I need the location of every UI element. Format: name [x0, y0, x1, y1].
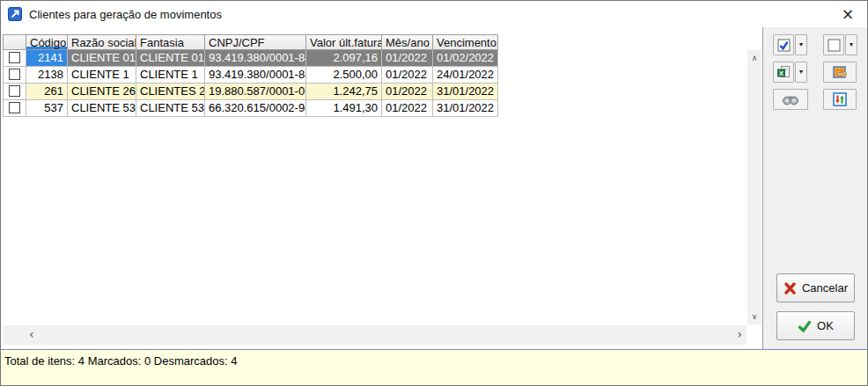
scroll-right-icon[interactable]: › — [737, 327, 742, 341]
checkbox-cell[interactable] — [3, 100, 26, 117]
column-header-cnpj[interactable]: CNPJ/CPF — [205, 34, 306, 50]
column-header-fantasia[interactable]: Fantasia — [136, 34, 205, 50]
ok-button[interactable]: OK — [776, 311, 855, 340]
cell-razao[interactable]: CLIENTE 261 — [68, 84, 136, 100]
toolbar: ▾ ▾ — [773, 34, 864, 116]
row-checkbox[interactable] — [9, 52, 20, 63]
column-header-codigo[interactable]: Código — [26, 34, 68, 50]
cell-venc[interactable]: 24/01/2022 — [433, 67, 498, 84]
title-bar: Clientes para geração de movimentos × — [1, 1, 867, 27]
check-all-dropdown-button[interactable]: ▾ — [795, 34, 807, 55]
uncheck-all-icon — [828, 39, 841, 52]
cell-codigo[interactable]: 2138 — [26, 67, 68, 84]
cancel-x-icon — [783, 282, 797, 295]
scroll-up-icon[interactable]: ∧ — [747, 54, 761, 62]
excel-export-icon: X — [776, 65, 791, 79]
cell-codigo[interactable]: 261 — [26, 84, 68, 100]
close-icon[interactable]: × — [837, 4, 858, 24]
pick-columns-button[interactable] — [823, 62, 857, 83]
cell-valor[interactable]: 1.242,75 — [306, 84, 382, 100]
cell-valor[interactable]: 2.097,16 — [306, 50, 382, 67]
cell-razao[interactable]: CLIENTE 537 — [68, 100, 136, 117]
uncheck-all-button[interactable] — [823, 34, 844, 55]
cell-valor[interactable]: 2.500,00 — [306, 67, 382, 84]
table-row[interactable]: 261CLIENTE 261CLIENTES 26119.880.587/000… — [3, 84, 498, 100]
check-all-button[interactable] — [773, 34, 794, 55]
toolbar-row-2: X ▾ — [773, 62, 864, 83]
table-row[interactable]: 537CLIENTE 537CLIENTE 53766.320.615/0002… — [3, 100, 498, 117]
table-row[interactable]: 2138CLIENTE 1CLIENTE 193.419.380/0001-84… — [3, 67, 498, 84]
toolbar-row-3 — [773, 89, 864, 110]
pick-hand-icon — [833, 66, 848, 79]
checkbox-cell[interactable] — [3, 67, 26, 84]
cell-codigo[interactable]: 537 — [26, 100, 68, 117]
checkbox-cell[interactable] — [3, 84, 26, 100]
clients-grid-panel: CódigoRazão socialFantasiaCNPJ/CPFValor … — [1, 27, 763, 349]
cell-cnpj[interactable]: 19.880.587/0001-07 — [205, 84, 306, 100]
dialog-window: Clientes para geração de movimentos × Có… — [0, 0, 868, 386]
export-excel-button[interactable]: X — [773, 62, 794, 83]
horizontal-scrollbar[interactable]: ‹ › — [3, 325, 747, 345]
cell-cnpj[interactable]: 66.320.615/0002-94 — [205, 100, 306, 117]
dialog-body: CódigoRazão socialFantasiaCNPJ/CPFValor … — [1, 27, 867, 349]
cell-venc[interactable]: 31/01/2022 — [433, 84, 498, 100]
clients-table: CódigoRazão socialFantasiaCNPJ/CPFValor … — [3, 34, 498, 117]
toolbar-row-1: ▾ ▾ — [773, 34, 864, 55]
cell-valor[interactable]: 1.491,30 — [306, 100, 382, 117]
cancel-button-label: Cancelar — [802, 281, 848, 295]
cancel-button[interactable]: Cancelar — [776, 273, 855, 302]
check-all-icon — [777, 39, 791, 52]
chevron-down-icon: ▾ — [850, 41, 853, 48]
uncheck-all-dropdown-button[interactable]: ▾ — [845, 34, 857, 55]
row-checkbox[interactable] — [9, 85, 20, 97]
ok-check-icon — [798, 320, 812, 332]
cell-codigo[interactable]: 2141 — [26, 50, 68, 67]
sort-columns-button[interactable] — [823, 89, 857, 110]
cell-razao[interactable]: CLIENTE 1 — [68, 67, 136, 84]
cell-cnpj[interactable]: 93.419.380/0001-84 — [205, 50, 306, 67]
table-header-row: CódigoRazão socialFantasiaCNPJ/CPFValor … — [3, 34, 498, 50]
cell-cnpj[interactable]: 93.419.380/0001-84 — [205, 67, 306, 84]
cell-venc[interactable]: 31/01/2022 — [433, 100, 498, 117]
cell-mes[interactable]: 01/2022 — [382, 100, 433, 117]
cell-mes[interactable]: 01/2022 — [382, 50, 433, 67]
search-button[interactable] — [773, 89, 808, 110]
cell-razao[interactable]: CLIENTE 010 — [68, 50, 136, 67]
cell-fantasia[interactable]: CLIENTE 1 — [136, 67, 205, 84]
status-bar: Total de itens: 4 Marcados: 0 Desmarcado… — [1, 349, 867, 385]
column-header-check[interactable] — [3, 34, 26, 50]
column-header-razao[interactable]: Razão social — [68, 34, 136, 50]
cell-mes[interactable]: 01/2022 — [382, 67, 433, 84]
row-checkbox[interactable] — [9, 69, 20, 80]
cell-mes[interactable]: 01/2022 — [382, 84, 433, 100]
column-header-venc[interactable]: Vencimento — [433, 34, 498, 50]
cell-fantasia[interactable]: CLIENTE 010 — [136, 50, 205, 67]
column-header-mes[interactable]: Mês/ano — [382, 34, 433, 50]
right-panel: ▾ ▾ — [764, 27, 867, 349]
column-header-valor[interactable]: Valor últ.fatura — [306, 34, 382, 50]
chevron-down-icon: ▾ — [799, 41, 803, 48]
window-title: Clientes para geração de movimentos — [29, 8, 222, 21]
cell-venc[interactable]: 01/02/2022 — [433, 50, 498, 67]
status-text: Total de itens: 4 Marcados: 0 Desmarcado… — [4, 354, 237, 368]
vertical-scrollbar[interactable]: ∧ ∨ — [747, 50, 761, 324]
sort-arrows-icon — [833, 92, 847, 106]
binoculars-icon — [782, 94, 799, 106]
cell-fantasia[interactable]: CLIENTES 261 — [136, 84, 205, 100]
ok-button-label: OK — [817, 319, 834, 332]
chevron-down-icon: ▾ — [799, 69, 803, 76]
cell-fantasia[interactable]: CLIENTE 537 — [136, 100, 205, 117]
table-row[interactable]: 2141CLIENTE 010CLIENTE 01093.419.380/000… — [3, 50, 498, 67]
row-checkbox[interactable] — [9, 102, 20, 113]
app-icon — [8, 7, 22, 21]
scroll-down-icon[interactable]: ∨ — [747, 312, 761, 321]
export-excel-dropdown-button[interactable]: ▾ — [795, 62, 807, 83]
checkbox-cell[interactable] — [3, 50, 26, 67]
scroll-left-icon[interactable]: ‹ — [29, 327, 34, 341]
svg-text:X: X — [779, 69, 784, 77]
